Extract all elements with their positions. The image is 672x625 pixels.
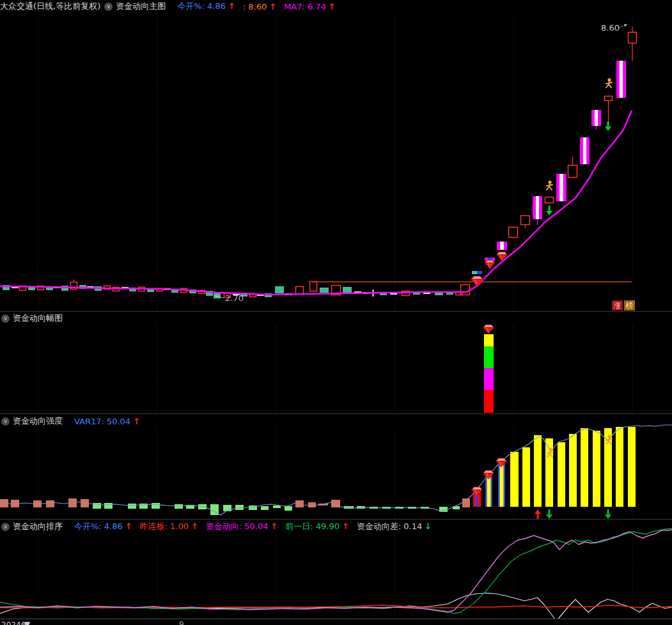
axis-label: 9 [179, 620, 184, 625]
panel-sub1 [38, 325, 633, 413]
time-axis[interactable]: 2024年▼9 [0, 619, 672, 625]
rank-line-前一日 [0, 529, 672, 613]
sub2-header: ∨ 资金动向强度 VAR17:50.04↑ [0, 415, 672, 428]
indicator-title-main: 资金动向主图 [116, 1, 166, 12]
main-markers [471, 78, 613, 286]
main-candles [3, 27, 637, 298]
field-fund-flow-diff: 资金动向差:0.14↓ [357, 521, 432, 532]
badge-rank[interactable]: 榜 [624, 300, 635, 311]
strength-bars [0, 427, 636, 515]
field-price: :8.60↑ [243, 2, 276, 12]
sub1-header: ∨ 资金动向幅图 [0, 312, 672, 325]
field-today-open-2: 今开%:4.86↑ [74, 521, 132, 532]
indicator-title-sub2: 资金动向强度 [13, 415, 63, 427]
indicator-title-sub1: 资金动向幅图 [13, 312, 63, 324]
axis-label: ▼ [24, 620, 30, 625]
collapse-icon[interactable]: ∨ [1, 523, 10, 531]
svg-text:8.60: 8.60 [601, 23, 620, 33]
rank-line-资金动向 [0, 530, 672, 612]
stock-app-window: 2.708.60 大众交通(日线,等比前复权) ∨ 资金动向主图 今开%:4.8… [0, 0, 672, 625]
sub3-header: ∨ 资金动向排序 今开%:4.86↑ 昨连板:1.00↑ 资金动向:50.04↑… [0, 520, 672, 533]
stock-title: 大众交通(日线,等比前复权) [0, 1, 100, 12]
svg-text:2.70: 2.70 [225, 293, 244, 303]
field-prev-day: 前一日:49.90↑ [285, 521, 349, 532]
main-chart-header: 大众交通(日线,等比前复权) ∨ 资金动向主图 今开%:4.86↑ :8.60↑… [0, 0, 672, 13]
field-ma7: MA7:6.74↑ [284, 2, 336, 12]
field-fund-flow: 资金动向:50.04↑ [206, 521, 278, 532]
panel-main [38, 13, 633, 311]
indicator-title-sub3: 资金动向排序 [13, 521, 63, 532]
collapse-icon[interactable]: ∨ [104, 3, 113, 11]
collapse-icon[interactable]: ∨ [1, 417, 10, 426]
strength-markers [472, 435, 613, 519]
field-var17: VAR17:50.04↑ [74, 417, 140, 426]
badge-rise[interactable]: 涨 [612, 300, 623, 311]
field-yesterday-boards: 昨连板:1.00↑ [140, 521, 198, 532]
collapse-icon[interactable]: ∨ [1, 314, 10, 323]
price-labels: 2.708.60 [215, 23, 627, 303]
field-today-open: 今开%:4.86↑ [177, 1, 235, 12]
